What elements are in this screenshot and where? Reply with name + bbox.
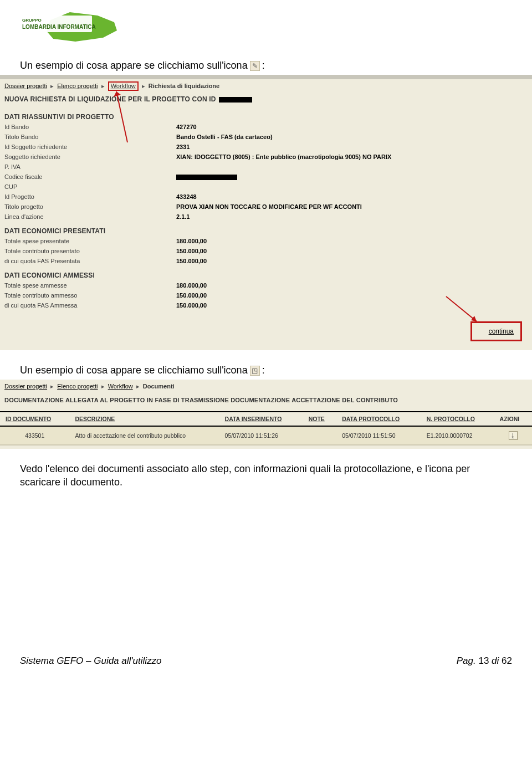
footer-title: Sistema GEFO – Guida all'utilizzo xyxy=(20,656,162,667)
col-id[interactable]: ID DOCUMENTO xyxy=(0,412,70,426)
continue-highlight-box: continua xyxy=(470,321,522,341)
documents-table: ID DOCUMENTO DESCRIZIONE DATA INSERIMENT… xyxy=(0,411,532,445)
fields-group-3: Totale spese ammesse180.000,00 Totale co… xyxy=(0,280,532,310)
cell-data-prot: 05/07/2010 11:51:50 xyxy=(336,426,421,445)
redacted-bar xyxy=(176,175,237,180)
panel-title: NUOVA RICHIESTA DI LIQUIDAZIONE PER IL P… xyxy=(0,92,532,107)
screenshot-workflow: Dossier progetti ▸ Elenco progetti ▸ Wor… xyxy=(0,75,532,350)
documents-icon: ◳ xyxy=(250,366,260,376)
field-label: Totale contributo presentato xyxy=(4,248,176,254)
field-value: 150.000,00 xyxy=(176,258,528,264)
field-value: 433248 xyxy=(176,193,528,200)
field-value: 150.000,00 xyxy=(176,302,528,309)
logo-line2: LOMBARDIA INFORMATICA xyxy=(22,24,96,30)
field-label: Totale spese presentate xyxy=(4,238,176,244)
field-label: Titolo Bando xyxy=(4,134,176,140)
col-n-prot[interactable]: N. PROTOCOLLO xyxy=(421,412,494,426)
redacted-bar xyxy=(219,97,252,103)
download-icon[interactable]: ⭳ xyxy=(509,431,518,440)
intro-text-2: Un esempio di cosa appare se clicchiamo … xyxy=(20,365,512,376)
breadcrumb-sep-icon: ▸ xyxy=(49,383,55,390)
field-value: XIAN: IDOGGETTO (8005) : Ente pubblico (… xyxy=(176,153,528,160)
breadcrumb-item[interactable]: Dossier progetti xyxy=(4,383,47,390)
breadcrumb-item[interactable]: Elenco progetti xyxy=(57,83,98,89)
field-value: 427270 xyxy=(176,124,528,130)
field-value: 180.000,00 xyxy=(176,282,528,289)
field-label: Id Progetto xyxy=(4,193,176,200)
gray-bar xyxy=(0,75,532,79)
field-label: Totale spese ammesse xyxy=(4,282,176,289)
intro2-suffix: : xyxy=(262,365,265,376)
field-label: Linea d'azione xyxy=(4,213,176,220)
field-label: Id Bando xyxy=(4,124,176,130)
intro1-prefix: Un esempio di cosa appare se clicchiamo … xyxy=(20,60,248,71)
cell-note xyxy=(303,426,336,445)
breadcrumb-sep-icon: ▸ xyxy=(100,83,106,89)
footer-page: Pag. 13 di 62 xyxy=(457,656,512,667)
screenshot-documents: Dossier progetti ▸ Elenco progetti ▸ Wor… xyxy=(0,380,532,449)
cell-descr: Atto di accettazione del contributo pubb… xyxy=(70,426,219,445)
section-header: DATI ECONOMICI AMMESSI xyxy=(0,266,532,280)
field-value xyxy=(176,183,528,190)
breadcrumb-item[interactable]: Workflow xyxy=(108,383,133,390)
intro1-suffix: : xyxy=(262,60,265,71)
body-paragraph: Vedo l'elenco dei documenti associato al… xyxy=(20,462,512,489)
field-value: PROVA XIAN NON TOCCARE O MODIFICARE PER … xyxy=(176,203,528,210)
cell-azioni: ⭳ xyxy=(494,426,532,445)
breadcrumb-sep-icon: ▸ xyxy=(140,83,147,89)
logo: GRUPPO LOMBARDIA INFORMATICA xyxy=(20,11,512,44)
edit-icon: ✎ xyxy=(250,61,260,71)
field-value: 2331 xyxy=(176,144,528,150)
breadcrumb-1: Dossier progetti ▸ Elenco progetti ▸ Wor… xyxy=(0,79,532,92)
table-header-row: ID DOCUMENTO DESCRIZIONE DATA INSERIMENT… xyxy=(0,412,532,426)
panel-title: DOCUMENTAZIONE ALLEGATA AL PROGETTO IN F… xyxy=(0,391,532,411)
continue-wrap: continua xyxy=(0,310,532,346)
section-header: DATI RIASSUNTIVI DI PROGETTO xyxy=(0,107,532,122)
field-label: di cui quota FAS Ammessa xyxy=(4,302,176,309)
field-value: 2.1.1 xyxy=(176,213,528,220)
field-label: CUP xyxy=(4,183,176,190)
col-descr[interactable]: DESCRIZIONE xyxy=(70,412,219,426)
field-value: 150.000,00 xyxy=(176,292,528,299)
col-data-prot[interactable]: DATA PROTOCOLLO xyxy=(336,412,421,426)
cell-n-prot: E1.2010.0000702 xyxy=(421,426,494,445)
col-azioni: AZIONI xyxy=(494,412,532,426)
cell-id: 433501 xyxy=(0,426,70,445)
col-data-ins[interactable]: DATA INSERIMENTO xyxy=(219,412,303,426)
field-value: 150.000,00 xyxy=(176,248,528,254)
cell-data-ins: 05/07/2010 11:51:26 xyxy=(219,426,303,445)
col-note[interactable]: NOTE xyxy=(303,412,336,426)
breadcrumb-sep-icon: ▸ xyxy=(49,83,55,89)
intro2-prefix: Un esempio di cosa appare se clicchiamo … xyxy=(20,365,248,376)
field-value xyxy=(176,163,528,170)
field-label: Titolo progetto xyxy=(4,203,176,210)
field-label: P. IVA xyxy=(4,163,176,170)
breadcrumb-item[interactable]: Dossier progetti xyxy=(4,83,47,89)
breadcrumb-sep-icon: ▸ xyxy=(100,383,106,390)
field-label: di cui quota FAS Presentata xyxy=(4,258,176,264)
breadcrumb-item-workflow-highlighted[interactable]: Workflow xyxy=(108,81,139,91)
intro-text-1: Un esempio di cosa appare se clicchiamo … xyxy=(20,60,512,71)
field-value: Bando Ostelli - FAS (da cartaceo) xyxy=(176,134,528,140)
continue-button[interactable]: continua xyxy=(489,327,514,335)
field-label: Codice fiscale xyxy=(4,173,176,180)
field-value: 180.000,00 xyxy=(176,238,528,244)
field-label: Totale contributo ammesso xyxy=(4,292,176,299)
breadcrumb-current: Richiesta di liquidazione xyxy=(149,83,219,89)
fields-group-1: Id Bando427270 Titolo BandoBando Ostelli… xyxy=(0,122,532,222)
table-row: 433501 Atto di accettazione del contribu… xyxy=(0,426,532,445)
field-value xyxy=(176,173,528,180)
breadcrumb-current: Documenti xyxy=(143,383,175,390)
breadcrumb-sep-icon: ▸ xyxy=(135,383,141,390)
field-label: Soggetto richiedente xyxy=(4,153,176,160)
fields-group-2: Totale spese presentate180.000,00 Totale… xyxy=(0,236,532,266)
svg-marker-4 xyxy=(471,316,477,321)
section-header: DATI ECONOMICI PRESENTATI xyxy=(0,222,532,236)
breadcrumb-2: Dossier progetti ▸ Elenco progetti ▸ Wor… xyxy=(0,380,532,391)
field-label: Id Soggetto richiedente xyxy=(4,144,176,150)
breadcrumb-item[interactable]: Elenco progetti xyxy=(57,383,98,390)
logo-line1: GRUPPO xyxy=(22,18,42,23)
